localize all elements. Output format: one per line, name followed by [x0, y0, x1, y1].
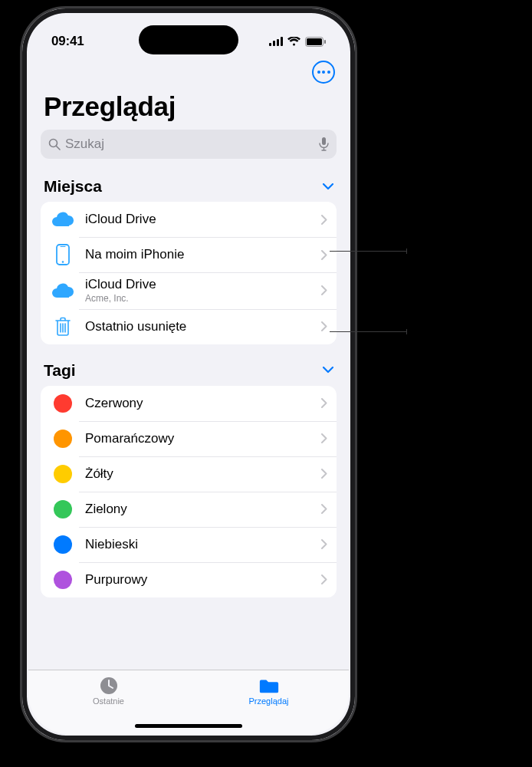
callout-line-1 [330, 251, 406, 252]
folder-icon [258, 676, 280, 695]
search-icon [48, 138, 61, 150]
chevron-down-icon [323, 183, 333, 190]
clock-icon [98, 676, 120, 695]
chevron-right-icon [321, 504, 327, 514]
tag-row[interactable]: Purpurowy [41, 562, 337, 597]
location-label: iCloud Drive [85, 277, 321, 292]
tags-title: Tagi [44, 361, 76, 380]
nav-bar [28, 58, 349, 88]
icloud-icon [51, 279, 74, 302]
location-label: Na moim iPhonie [85, 247, 321, 262]
dynamic-island [139, 25, 238, 54]
trash-icon [51, 315, 74, 338]
search-wrap [28, 130, 349, 166]
home-indicator[interactable] [135, 724, 242, 728]
location-row-on-my-iphone[interactable]: Na moim iPhonie [41, 237, 337, 272]
battery-icon [305, 37, 326, 47]
content: Miejsca iCloud Drive [28, 166, 349, 670]
screen: 09:41 Przeglądaj [28, 15, 349, 734]
chevron-right-icon [321, 433, 327, 443]
svg-line-8 [57, 146, 61, 150]
chevron-right-icon [321, 321, 327, 331]
icloud-icon [51, 208, 74, 231]
chevron-down-icon [323, 367, 333, 374]
svg-rect-3 [281, 37, 283, 46]
chevron-right-icon [321, 574, 327, 584]
page-title: Przeglądaj [28, 88, 349, 130]
svg-rect-2 [277, 39, 279, 46]
chevron-right-icon [321, 539, 327, 549]
tag-color-dot [51, 427, 74, 450]
svg-rect-6 [324, 40, 326, 44]
tags-group: Czerwony Pomarańczowy Żółty Zielony Nieb… [41, 386, 337, 597]
location-sub: Acme, Inc. [85, 293, 321, 304]
tag-color-dot [51, 533, 74, 556]
locations-title: Miejsca [44, 177, 102, 196]
location-row-icloud[interactable]: iCloud Drive [41, 202, 337, 237]
locations-group: iCloud Drive Na moim iPhonie [41, 202, 337, 344]
volume-up-button [20, 170, 22, 216]
iphone-icon [51, 243, 74, 266]
tags-header[interactable]: Tagi [41, 358, 337, 386]
tag-row[interactable]: Zielony [41, 492, 337, 527]
svg-rect-0 [269, 43, 271, 46]
more-button[interactable] [312, 61, 335, 84]
svg-point-11 [62, 261, 64, 263]
tag-label: Niebieski [85, 537, 321, 552]
tag-label: Czerwony [85, 396, 321, 411]
tag-label: Pomarańczowy [85, 431, 321, 446]
location-row-icloud-work[interactable]: iCloud Drive Acme, Inc. [41, 272, 337, 309]
tag-row[interactable]: Pomarańczowy [41, 421, 337, 456]
cellular-icon [269, 37, 283, 46]
tag-row[interactable]: Niebieski [41, 527, 337, 562]
tag-label: Żółty [85, 466, 321, 482]
status-right [269, 37, 326, 47]
tag-label: Purpurowy [85, 572, 321, 588]
side-button [20, 123, 22, 146]
phone-frame: 09:41 Przeglądaj [20, 6, 357, 742]
tag-row[interactable]: Żółty [41, 456, 337, 492]
svg-rect-1 [273, 41, 275, 46]
chevron-right-icon [321, 250, 327, 260]
locations-header[interactable]: Miejsca [41, 174, 337, 202]
chevron-right-icon [321, 398, 327, 408]
location-row-recently-deleted[interactable]: Ostatnio usunięte [41, 309, 337, 344]
chevron-right-icon [321, 285, 327, 295]
tag-color-dot [51, 568, 74, 591]
svg-rect-9 [322, 137, 326, 145]
svg-rect-5 [307, 38, 322, 45]
wifi-icon [287, 37, 300, 46]
tag-color-dot [51, 463, 74, 486]
status-time: 09:41 [51, 34, 84, 49]
ellipsis-icon [317, 71, 330, 74]
power-button [355, 193, 357, 265]
chevron-right-icon [321, 215, 327, 225]
search-field[interactable] [41, 130, 337, 159]
volume-down-button [20, 231, 22, 277]
chevron-right-icon [321, 469, 327, 479]
location-label-wrap: iCloud Drive Acme, Inc. [85, 277, 321, 304]
location-label: iCloud Drive [85, 212, 321, 227]
callout-line-2 [330, 331, 406, 332]
tab-label: Ostatnie [93, 696, 124, 706]
tag-color-dot [51, 392, 74, 415]
mic-icon[interactable] [319, 137, 329, 151]
tag-label: Zielony [85, 502, 321, 517]
tab-label: Przeglądaj [249, 696, 289, 706]
search-input[interactable] [65, 137, 319, 152]
tag-color-dot [51, 498, 74, 521]
tag-row[interactable]: Czerwony [41, 386, 337, 421]
location-label: Ostatnio usunięte [85, 319, 321, 334]
